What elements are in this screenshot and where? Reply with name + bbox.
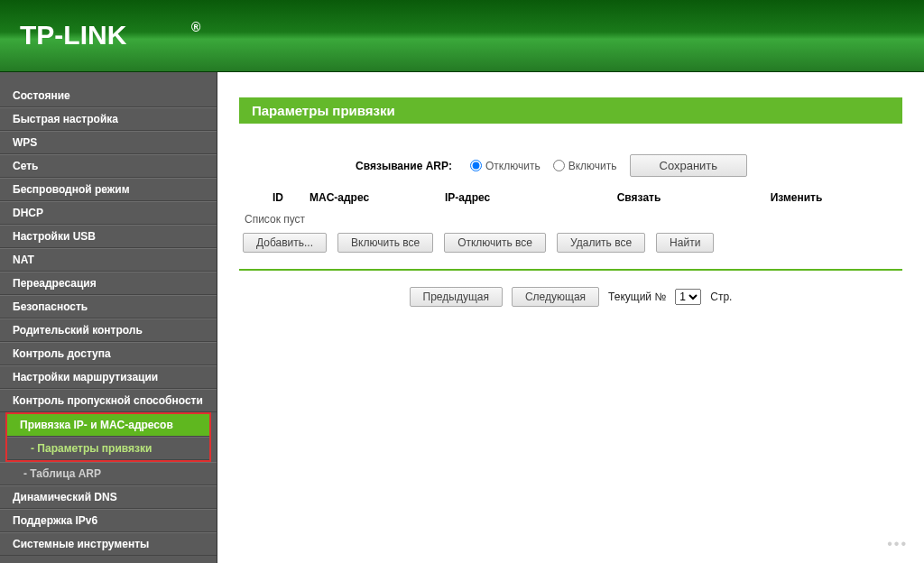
- sidebar-item-dhcp[interactable]: DHCP: [0, 201, 217, 225]
- content-panel: Параметры привязки Связывание ARP: Отклю…: [217, 72, 924, 563]
- prev-page-button[interactable]: Предыдущая: [410, 287, 503, 307]
- col-id: ID: [246, 191, 310, 204]
- sidebar-item-ip-mac-binding[interactable]: Привязка IP- и MAC-адресов: [7, 414, 209, 437]
- sidebar-item-bandwidth-control[interactable]: Контроль пропускной способности: [0, 389, 217, 412]
- col-bind: Связать: [580, 191, 698, 204]
- sidebar-item-security[interactable]: Безопасность: [0, 295, 217, 318]
- empty-list-text: Список пуст: [239, 211, 902, 233]
- col-modify: Изменить: [698, 191, 895, 204]
- arp-enable-text: Включить: [568, 160, 617, 172]
- sidebar-item-status[interactable]: Состояние: [0, 85, 217, 107]
- sidebar-sub-arp-table[interactable]: - Таблица ARP: [0, 462, 217, 485]
- find-button[interactable]: Найти: [656, 233, 714, 253]
- action-button-row: Добавить... Включить все Отключить все У…: [239, 233, 902, 265]
- add-button[interactable]: Добавить...: [243, 233, 327, 253]
- brand-logo: TP-LINK ®: [20, 19, 209, 53]
- sidebar-item-ipv6[interactable]: Поддержка IPv6: [0, 509, 217, 532]
- enable-all-button[interactable]: Включить все: [337, 233, 433, 253]
- resize-grip-icon: •••: [887, 536, 908, 552]
- svg-text:®: ®: [191, 20, 201, 34]
- arp-enable-input[interactable]: [553, 160, 565, 171]
- sidebar-item-wireless[interactable]: Беспроводной режим: [0, 178, 217, 201]
- col-mac: MAC-адрес: [310, 191, 445, 204]
- sidebar-item-network[interactable]: Сеть: [0, 154, 217, 178]
- sidebar-item-access-control[interactable]: Контроль доступа: [0, 342, 217, 365]
- arp-enable-radio[interactable]: Включить: [553, 160, 617, 172]
- save-button[interactable]: Сохранить: [630, 154, 748, 177]
- sidebar-item-nat[interactable]: NAT: [0, 248, 217, 272]
- sidebar-item-parental-control[interactable]: Родительский контроль: [0, 318, 217, 342]
- page-title: Параметры привязки: [239, 97, 902, 124]
- pager: Предыдущая Следующая Текущий № 1 Стр.: [239, 271, 902, 323]
- sidebar-item-routing-settings[interactable]: Настройки маршрутизации: [0, 365, 217, 389]
- svg-text:TP-LINK: TP-LINK: [20, 20, 127, 50]
- page-select[interactable]: 1: [675, 289, 701, 305]
- table-header: ID MAC-адрес IP-адрес Связать Изменить: [239, 186, 902, 211]
- sidebar-item-quick-setup[interactable]: Быстрая настройка: [0, 107, 217, 131]
- sidebar-item-wps[interactable]: WPS: [0, 131, 217, 154]
- delete-all-button[interactable]: Удалить все: [557, 233, 645, 253]
- arp-disable-text: Отключить: [485, 160, 541, 172]
- sidebar-item-ddns[interactable]: Динамический DNS: [0, 485, 217, 509]
- page-suffix: Стр.: [710, 291, 732, 303]
- next-page-button[interactable]: Следующая: [512, 287, 599, 307]
- arp-disable-radio[interactable]: Отключить: [470, 160, 541, 172]
- sidebar-item-system-tools[interactable]: Системные инструменты: [0, 532, 217, 556]
- sidebar-item-usb-settings[interactable]: Настройки USB: [0, 225, 217, 248]
- current-page-label: Текущий №: [608, 291, 666, 303]
- app-header: TP-LINK ®: [0, 0, 924, 72]
- col-ip: IP-адрес: [445, 191, 580, 204]
- sidebar-nav: Состояние Быстрая настройка WPS Сеть Бес…: [0, 72, 217, 563]
- sidebar-sub-binding-settings[interactable]: - Параметры привязки: [7, 437, 209, 460]
- arp-binding-label: Связывание ARP:: [245, 160, 452, 172]
- arp-disable-input[interactable]: [470, 160, 482, 171]
- disable-all-button[interactable]: Отключить все: [444, 233, 546, 253]
- highlight-frame: Привязка IP- и MAC-адресов - Параметры п…: [5, 412, 211, 462]
- sidebar-item-forwarding[interactable]: Переадресация: [0, 272, 217, 295]
